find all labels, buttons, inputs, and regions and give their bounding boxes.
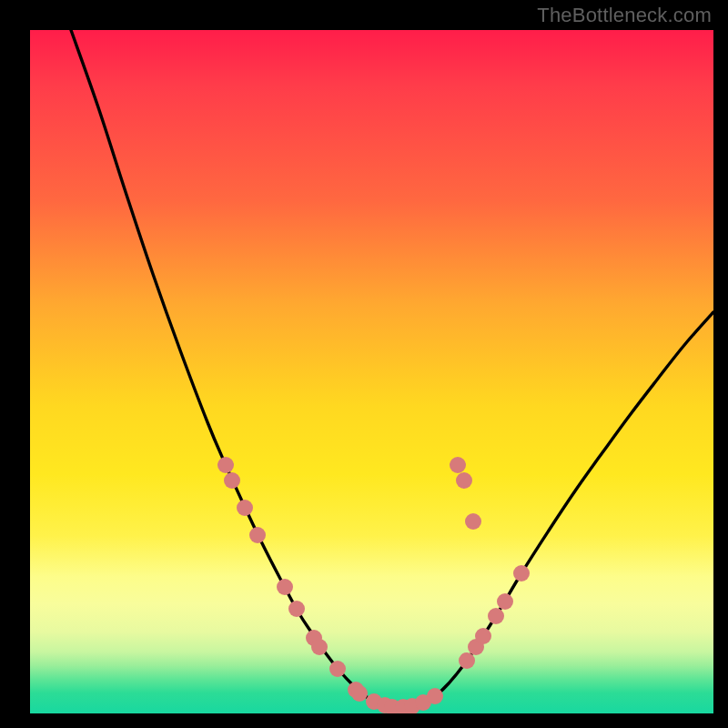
curve-marker bbox=[288, 601, 305, 617]
curve-marker bbox=[224, 472, 240, 489]
curve-marker bbox=[456, 472, 472, 489]
watermark-label: TheBottleneck.com bbox=[537, 4, 712, 27]
curve-marker bbox=[237, 500, 253, 516]
bottleneck-curve bbox=[71, 30, 713, 708]
curve-marker bbox=[465, 513, 481, 530]
chart-frame: TheBottleneck.com bbox=[0, 0, 728, 728]
curve-marker bbox=[427, 688, 443, 704]
curve-marker bbox=[217, 457, 234, 473]
curve-marker bbox=[249, 527, 266, 543]
curve-marker bbox=[311, 639, 328, 655]
curve-marker bbox=[459, 652, 475, 669]
curve-marker bbox=[488, 608, 504, 624]
curve-marker bbox=[450, 457, 466, 473]
plot-area bbox=[30, 30, 713, 713]
curve-marker bbox=[277, 579, 293, 595]
curve-svg bbox=[30, 30, 713, 713]
curve-marker bbox=[475, 628, 491, 644]
curve-marker bbox=[497, 593, 513, 610]
curve-marker bbox=[329, 661, 346, 677]
curve-marker bbox=[513, 565, 530, 581]
curve-marker bbox=[351, 685, 368, 702]
curve-markers bbox=[217, 457, 530, 713]
